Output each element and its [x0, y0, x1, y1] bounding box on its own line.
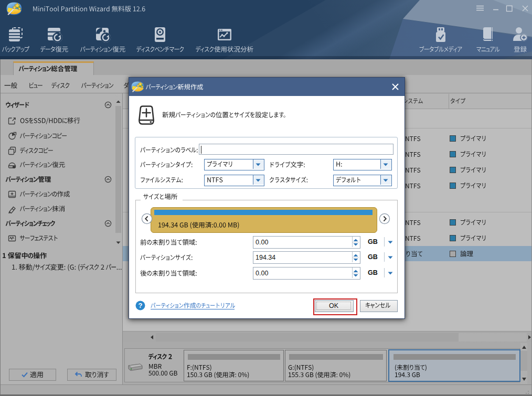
svg-text:?: ?: [139, 302, 143, 309]
